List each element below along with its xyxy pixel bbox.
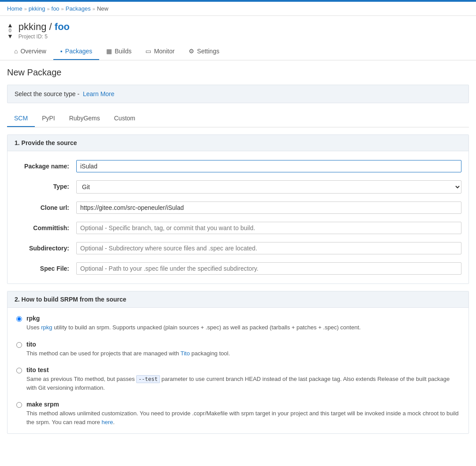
spec-file-label: Spec File: [15, 262, 76, 272]
packages-icon: ▪ [60, 48, 63, 55]
namespace: pkking [19, 21, 47, 32]
subdirectory-label: Subdirectory: [15, 242, 76, 252]
spec-file-input[interactable] [76, 262, 461, 275]
radio-tito-label: tito [26, 341, 460, 348]
arrow-down[interactable]: ▼ [7, 33, 13, 39]
project-header: ▲ 0 ▼ pkking / foo Project ID: 5 [0, 16, 476, 43]
radio-rpkg-desc: Uses rpkg utility to build an srpm. Supp… [26, 323, 460, 332]
project-nav-arrows: ▲ 0 ▼ [7, 22, 13, 39]
learn-more-link[interactable]: Learn More [83, 90, 115, 97]
breadcrumb-sep-2: » [47, 6, 49, 11]
breadcrumb-current: New [97, 5, 108, 12]
committish-input[interactable] [76, 222, 461, 234]
tab-builds-label: Builds [115, 48, 131, 55]
tab-builds[interactable]: ▦ Builds [99, 43, 138, 60]
clone-url-input[interactable] [76, 201, 461, 214]
title-slash: / [49, 21, 55, 32]
repo-name: foo [55, 21, 70, 32]
radio-tito-desc: This method can be used for projects tha… [26, 349, 460, 358]
radio-tito-test-content: tito test Same as previous Tito method, … [26, 366, 460, 392]
provide-source-body: Package name: Type: Git Subversion Rubyg… [7, 151, 469, 283]
project-id: Project ID: 5 [19, 34, 70, 40]
clone-url-label: Clone url: [15, 201, 76, 211]
committish-control [76, 222, 461, 234]
type-label: Type: [15, 180, 76, 190]
nav-tabs: ⌂ Overview ▪ Packages ▦ Builds ▭ Monitor… [0, 43, 476, 60]
radio-rpkg: rpkg Uses rpkg utility to build an srpm.… [16, 315, 460, 332]
provide-source-section: 1. Provide the source Package name: Type… [7, 134, 469, 284]
radio-make-srpm-input[interactable] [16, 402, 22, 408]
radio-rpkg-label: rpkg [26, 315, 460, 322]
breadcrumb-home[interactable]: Home [7, 5, 22, 12]
package-name-label: Package name: [15, 160, 76, 170]
clone-url-row: Clone url: [15, 201, 461, 214]
rpkg-link[interactable]: rpkg [41, 324, 52, 331]
page-title: New Package [7, 67, 469, 78]
project-info: pkking / foo Project ID: 5 [19, 21, 70, 40]
subdirectory-control [76, 242, 461, 254]
package-name-control [76, 160, 461, 172]
radio-make-srpm: make srpm This method allows unlimited c… [16, 401, 460, 426]
breadcrumb-sep-3: » [61, 6, 64, 11]
radio-tito-content: tito This method can be used for project… [26, 341, 460, 358]
provide-source-header: 1. Provide the source [7, 135, 469, 151]
tab-overview[interactable]: ⌂ Overview [7, 43, 53, 60]
committish-row: Committish: [15, 222, 461, 234]
type-row: Type: Git Subversion Rubygems PyPI Distg… [15, 180, 461, 194]
spec-file-control [76, 262, 461, 275]
source-tab-rubygems[interactable]: RubyGems [62, 110, 107, 127]
package-name-input[interactable] [76, 160, 461, 172]
breadcrumb-packages[interactable]: Packages [66, 5, 91, 12]
tab-settings-label: Settings [197, 48, 219, 55]
breadcrumb-sep-4: » [93, 6, 95, 11]
tab-overview-label: Overview [20, 48, 46, 55]
source-type-tabs: SCM PyPI RubyGems Custom [7, 110, 469, 127]
radio-tito-test: tito test Same as previous Tito method, … [16, 366, 460, 392]
build-srpm-body: rpkg Uses rpkg utility to build an srpm.… [7, 308, 469, 433]
radio-tito-test-label: tito test [26, 366, 460, 373]
source-type-card: Select the source type - Learn More [7, 85, 469, 103]
tab-packages[interactable]: ▪ Packages [53, 43, 99, 60]
radio-tito-test-input[interactable] [16, 368, 22, 373]
tab-monitor-label: Monitor [154, 48, 175, 55]
arrow-up[interactable]: ▲ [7, 22, 13, 28]
build-srpm-section: 2. How to build SRPM from the source rpk… [7, 291, 469, 434]
radio-rpkg-content: rpkg Uses rpkg utility to build an srpm.… [26, 315, 460, 332]
tito-link[interactable]: Tito [181, 350, 190, 357]
page-content: New Package Select the source type - Lea… [0, 60, 476, 441]
spec-file-row: Spec File: [15, 262, 461, 275]
settings-icon: ⚙ [189, 48, 194, 55]
overview-icon: ⌂ [14, 48, 18, 55]
radio-make-srpm-desc: This method allows unlimited customizati… [26, 409, 460, 426]
radio-make-srpm-content: make srpm This method allows unlimited c… [26, 401, 460, 426]
source-tab-pypi[interactable]: PyPI [35, 110, 62, 127]
radio-rpkg-input[interactable] [16, 316, 22, 322]
radio-make-srpm-label: make srpm [26, 401, 460, 408]
source-tab-scm[interactable]: SCM [7, 110, 35, 127]
builds-icon: ▦ [106, 48, 112, 55]
radio-tito: tito This method can be used for project… [16, 341, 460, 358]
breadcrumb-foo[interactable]: foo [52, 5, 60, 12]
make-srpm-here-link[interactable]: here [102, 419, 113, 425]
subdirectory-row: Subdirectory: [15, 242, 461, 254]
monitor-icon: ▭ [145, 48, 151, 55]
breadcrumb-sep-1: » [24, 6, 27, 11]
source-tab-custom[interactable]: Custom [107, 110, 142, 127]
clone-url-control [76, 201, 461, 214]
build-srpm-header: 2. How to build SRPM from the source [7, 291, 469, 308]
package-name-row: Package name: [15, 160, 461, 172]
radio-tito-test-desc: Same as previous Tito method, but passes… [26, 375, 460, 392]
project-title: pkking / foo [19, 21, 70, 33]
type-select[interactable]: Git Subversion Rubygems PyPI Distgit Dis… [76, 180, 461, 194]
committish-label: Committish: [15, 222, 76, 231]
type-control: Git Subversion Rubygems PyPI Distgit Dis… [76, 180, 461, 194]
subdirectory-input[interactable] [76, 242, 461, 254]
breadcrumb: Home » pkking » foo » Packages » New [0, 2, 476, 16]
breadcrumb-pkking[interactable]: pkking [29, 5, 45, 12]
tito-test-code: --test [136, 375, 160, 383]
radio-tito-input[interactable] [16, 342, 22, 348]
tab-monitor[interactable]: ▭ Monitor [138, 43, 182, 60]
source-type-label: Select the source type - [15, 90, 79, 97]
tab-packages-label: Packages [65, 48, 92, 55]
tab-settings[interactable]: ⚙ Settings [182, 43, 227, 60]
